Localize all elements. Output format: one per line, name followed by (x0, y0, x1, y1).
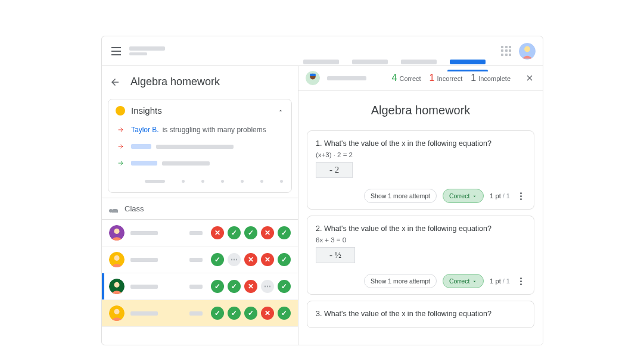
svg-point-3 (114, 229, 119, 234)
insight-text: is struggling with many problems (163, 126, 266, 134)
student-row[interactable]: ✕✓✓✕✓ (102, 220, 298, 246)
arrow-right-icon (116, 142, 126, 151)
check-icon: ✓ (228, 307, 241, 320)
class-title: Class (125, 204, 144, 213)
class-header: Class (102, 198, 298, 220)
check-icon: ✓ (244, 226, 257, 239)
more-vert-icon[interactable] (516, 277, 525, 285)
student-avatar (306, 71, 320, 85)
assignment-title: Algebra homework (307, 104, 534, 117)
question-text: 2. What's the value of the x in the foll… (316, 224, 525, 233)
x-icon: ✕ (261, 307, 274, 320)
tab-4[interactable] (450, 60, 486, 64)
points: 1 pt / 1 (490, 277, 510, 285)
svg-rect-12 (310, 74, 316, 76)
svg-point-7 (114, 282, 119, 288)
answer-box: - 2 (316, 162, 353, 178)
user-avatar[interactable] (519, 43, 536, 60)
insight-row[interactable] (108, 155, 291, 171)
menu-icon[interactable] (107, 42, 126, 61)
check-icon: ✓ (211, 253, 224, 266)
dots-icon: ⋯ (261, 280, 274, 293)
check-icon: ✓ (278, 280, 291, 293)
svg-point-9 (114, 309, 119, 314)
check-icon: ✓ (278, 226, 291, 239)
student-header: 4Correct 1Incorrect 1Incomplete (298, 66, 543, 90)
right-panel: 4Correct 1Incorrect 1Incomplete Algebra … (298, 66, 543, 345)
check-icon: ✓ (278, 307, 291, 320)
arrow-right-icon (116, 126, 126, 134)
question-equation: 6x + 3 = 0 (316, 236, 525, 244)
right-body: Algebra homework 1. What's the value of … (298, 90, 543, 345)
check-icon: ✓ (278, 253, 291, 266)
svg-point-1 (524, 46, 530, 52)
people-icon (109, 205, 120, 213)
check-icon: ✓ (244, 307, 257, 320)
question-card: 2. What's the value of the x in the foll… (307, 216, 534, 295)
check-icon: ✓ (211, 307, 224, 320)
incorrect-count: 1 (430, 73, 435, 83)
page-title: Algebra homework (130, 76, 220, 88)
student-link[interactable]: Taylor B. (131, 126, 159, 134)
tabs (303, 36, 486, 65)
student-row[interactable]: ✓✓✓✕✓ (102, 300, 298, 327)
more-vert-icon[interactable] (516, 192, 525, 200)
dots-icon: ⋯ (228, 253, 241, 266)
status-dropdown[interactable]: Correct (443, 189, 484, 203)
question-text: 1. What's the value of the x in the foll… (316, 139, 525, 148)
topbar (102, 36, 543, 66)
insights-card: Insights Taylor B. is struggling with ma… (108, 99, 292, 193)
points: 1 pt / 1 (490, 192, 510, 199)
insight-row[interactable] (108, 138, 291, 155)
status-dropdown[interactable]: Correct (443, 274, 484, 288)
logo-placeholder (129, 46, 165, 55)
left-panel: Algebra homework Insights Taylor B. is s… (102, 66, 298, 345)
student-row[interactable]: ✓⋯✕✕✓ (102, 246, 298, 273)
correct-count: 4 (392, 73, 397, 83)
x-icon: ✕ (261, 253, 274, 266)
insights-title: Insights (131, 105, 162, 116)
x-icon: ✕ (211, 226, 224, 239)
question-card: 3. What's the value of the x in the foll… (307, 301, 534, 328)
show-attempt-button[interactable]: Show 1 more attempt (364, 274, 437, 288)
check-icon: ✓ (228, 226, 241, 239)
lightbulb-icon (116, 106, 125, 116)
tab-1[interactable] (303, 60, 339, 64)
question-card: 1. What's the value of the x in the foll… (307, 130, 534, 210)
question-text: 3. What's the value of the x in the foll… (316, 310, 525, 318)
insight-row[interactable]: Taylor B. is struggling with many proble… (108, 121, 291, 138)
insight-pagination (108, 171, 291, 192)
chevron-up-icon[interactable] (277, 107, 284, 114)
x-icon: ✕ (244, 280, 257, 293)
arrow-right-icon (116, 159, 126, 167)
close-icon[interactable] (524, 72, 536, 84)
svg-point-5 (114, 255, 119, 261)
question-equation: (x+3) · 2 = 2 (316, 151, 525, 158)
answer-box: - ½ (316, 247, 355, 263)
tab-3[interactable] (401, 60, 437, 64)
show-attempt-button[interactable]: Show 1 more attempt (364, 189, 437, 203)
x-icon: ✕ (261, 226, 274, 239)
tab-2[interactable] (352, 60, 388, 64)
check-icon: ✓ (228, 280, 241, 293)
student-row[interactable]: ✓✓✕⋯✓ (102, 273, 298, 300)
back-arrow-icon[interactable] (109, 76, 121, 88)
incomplete-count: 1 (471, 73, 476, 83)
check-icon: ✓ (211, 280, 224, 293)
apps-icon[interactable] (501, 46, 512, 57)
x-icon: ✕ (244, 253, 257, 266)
